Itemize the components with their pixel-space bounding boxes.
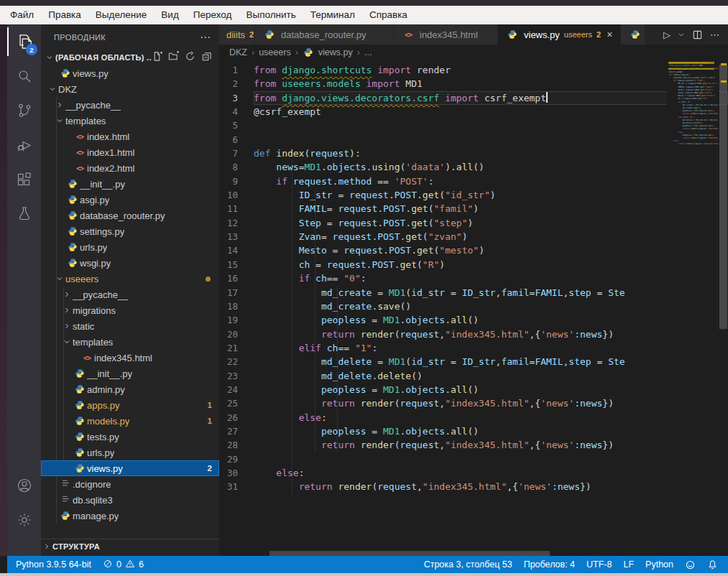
run-python-button[interactable]: ▷ [663, 29, 671, 40]
tab-vie[interactable]: vie [621, 24, 648, 45]
tree-item-apps-py[interactable]: apps.py1 [41, 397, 219, 413]
testing-icon[interactable] [7, 197, 41, 231]
tree-item-database-roouter-py[interactable]: database_roouter.py [41, 208, 219, 223]
menu-item-вид[interactable]: Вид [154, 6, 185, 24]
scrollbar-thumb[interactable] [719, 65, 727, 329]
code-line[interactable]: 18 md_create.save() [219, 299, 728, 313]
more-actions-icon[interactable]: ⋯ [200, 31, 211, 44]
code-line[interactable]: 20 return render(request,"index345.html"… [219, 328, 728, 341]
encoding-status[interactable]: UTF-8 [586, 559, 612, 570]
tree-item-views-py[interactable]: views.py2 [41, 460, 219, 476]
code-line[interactable]: 14 Mesto = request.POST.get("mesto") [219, 243, 728, 257]
code-line[interactable]: 28 return render(request,"index345.html"… [219, 438, 728, 452]
tree-item-templates[interactable]: templates [41, 113, 219, 129]
outline-section-header[interactable]: СТРУКТУРА [41, 539, 219, 554]
tree-item-tests-py[interactable]: tests.py [41, 429, 219, 445]
extensions-icon[interactable] [7, 162, 41, 197]
tree-item-manage-py[interactable]: manage.py [41, 508, 219, 524]
tree-item-dkz[interactable]: DKZ [41, 81, 219, 97]
split-editor-icon[interactable] [692, 29, 703, 40]
explorer-icon[interactable]: 2 [7, 24, 41, 59]
menu-item-файл[interactable]: Файл [3, 6, 41, 24]
code-line[interactable]: 3from django.views.decorators.csrf impor… [219, 91, 728, 105]
tree-item-static[interactable]: static [41, 318, 219, 334]
account-icon[interactable] [7, 468, 41, 503]
breadcrumb-item[interactable]: DKZ [229, 47, 247, 57]
tree-item--pycache-[interactable]: __pycache__ [41, 97, 219, 113]
tree-item-templates[interactable]: templates [41, 334, 219, 350]
code-line[interactable]: 17 md_create = MD1(id_str = ID_str,famil… [219, 286, 728, 299]
workspace-section-header[interactable]: (РАБОЧАЯ ОБЛАСТЬ) ... [41, 50, 219, 65]
tree-item--dcignore[interactable]: .dcignore [41, 476, 219, 492]
menu-item-справка[interactable]: Справка [362, 6, 415, 24]
code-line[interactable]: 6 [219, 133, 728, 147]
code-line[interactable]: 11 FAMIL= request.POST.get("famil") [219, 202, 728, 215]
code-line[interactable]: 12 Step = request.POST.get("step") [219, 216, 728, 230]
tree-item-migrations[interactable]: migrations [41, 302, 219, 318]
code-line[interactable]: 27 peopless = MD1.objects.all() [219, 424, 728, 438]
new-file-icon[interactable] [152, 51, 162, 65]
problems-status[interactable]: 0 6 [103, 559, 144, 571]
tree-item--init-py[interactable]: __init__.py [41, 366, 219, 381]
tree-item-index2-html[interactable]: <>index2.html [41, 160, 219, 176]
tree-item-admin-py[interactable]: admin.py [41, 381, 219, 397]
tree-item-wsgi-py[interactable]: wsgi.py [41, 255, 219, 271]
run-dropdown-chevron-icon[interactable] [678, 31, 685, 38]
more-actions-icon[interactable]: ⋯ [710, 29, 719, 40]
code-line[interactable]: 16 if ch== "0": [219, 271, 728, 285]
breadcrumb-item[interactable]: views.py [318, 47, 353, 57]
menu-item-правка[interactable]: Правка [41, 6, 88, 24]
code-line[interactable]: 30 else: [219, 466, 728, 480]
code-line[interactable]: 22 md_delete = MD1(id_str = ID_str,famil… [219, 355, 728, 368]
menu-item-выполнить[interactable]: Выполнить [239, 6, 303, 24]
eol-status[interactable]: LF [623, 559, 634, 570]
menu-item-выделение[interactable]: Выделение [88, 6, 155, 24]
tab-index345-html[interactable]: <>index345.html [394, 24, 498, 45]
language-mode-status[interactable]: Python [645, 559, 673, 570]
code-line[interactable]: 25 return render(request,"index345.html"… [219, 396, 728, 410]
code-line[interactable]: 2from useeers.models import MD1 [219, 77, 728, 90]
tree-item-urls-py[interactable]: urls.py [41, 445, 219, 460]
close-icon[interactable]: × [607, 29, 612, 40]
tree-item--pycache-[interactable]: __pycache__ [41, 287, 219, 302]
tree-item-db-sqlite3[interactable]: db.sqlite3 [41, 492, 219, 508]
tree-item-asgi-py[interactable]: asgi.py [41, 192, 219, 208]
breadcrumb-item[interactable]: useeers [259, 47, 290, 57]
tab-database-roouter-py[interactable]: database_roouter.py [255, 24, 394, 45]
tree-item-index345-html[interactable]: <>index345.html [41, 350, 219, 366]
feedback-icon[interactable] [685, 559, 696, 570]
indentation-status[interactable]: Пробелов: 4 [524, 559, 575, 570]
vertical-scrollbar[interactable] [719, 60, 728, 556]
tree-item--init-py[interactable]: __init__.py [41, 176, 219, 192]
code-line[interactable]: 4@csrf_exempt [219, 105, 728, 119]
code-line[interactable]: 21 elif ch== "1": [219, 341, 728, 355]
python-interpreter-status[interactable]: Python 3.9.5 64-bit [16, 559, 91, 570]
code-line[interactable]: 9 if request.method == 'POST': [219, 175, 728, 188]
code-line[interactable]: 8 news=MD1.objects.using('daata').all() [219, 160, 728, 174]
breadcrumb-item[interactable]: ... [364, 47, 372, 57]
menu-item-переход[interactable]: Переход [186, 6, 239, 24]
code-line[interactable]: 26 else: [219, 411, 728, 424]
minimap[interactable]: from django.shortcuts import renderfrom … [667, 60, 719, 190]
code-line[interactable]: 10 ID_str = request.POST.get("id_str") [219, 188, 728, 202]
run-debug-icon[interactable] [7, 128, 41, 162]
bell-icon[interactable] [707, 559, 718, 570]
cursor-position-status[interactable]: Строка 3, столбец 53 [424, 559, 512, 570]
menu-item-терминал[interactable]: Терминал [303, 6, 362, 24]
code-line[interactable]: 29 [219, 452, 728, 466]
tree-item-urls-py[interactable]: urls.py [41, 239, 219, 255]
code-line[interactable]: 23 md_delete.delete() [219, 369, 728, 383]
code-line[interactable]: 31 return render(request,"index345.html"… [219, 480, 728, 493]
code-line[interactable]: 15 ch = request.POST.get("R") [219, 258, 728, 271]
code-line[interactable]: 5 [219, 119, 728, 132]
code-line[interactable]: 1from django.shortcuts import render [219, 63, 728, 77]
tree-item-index1-html[interactable]: <>index1.html [41, 144, 219, 160]
search-icon[interactable] [7, 59, 41, 93]
tree-item-models-py[interactable]: models.py1 [41, 413, 219, 429]
code-line[interactable]: 24 peopless = MD1.objects.all() [219, 383, 728, 396]
tab-diiits[interactable]: diiits2● [219, 24, 255, 45]
tree-item-index-html[interactable]: <>index.html [41, 129, 219, 144]
code-line[interactable]: 19 peopless = MD1.objects.all() [219, 313, 728, 327]
refresh-icon[interactable] [185, 51, 195, 65]
code-line[interactable]: 7def index(request): [219, 147, 728, 160]
